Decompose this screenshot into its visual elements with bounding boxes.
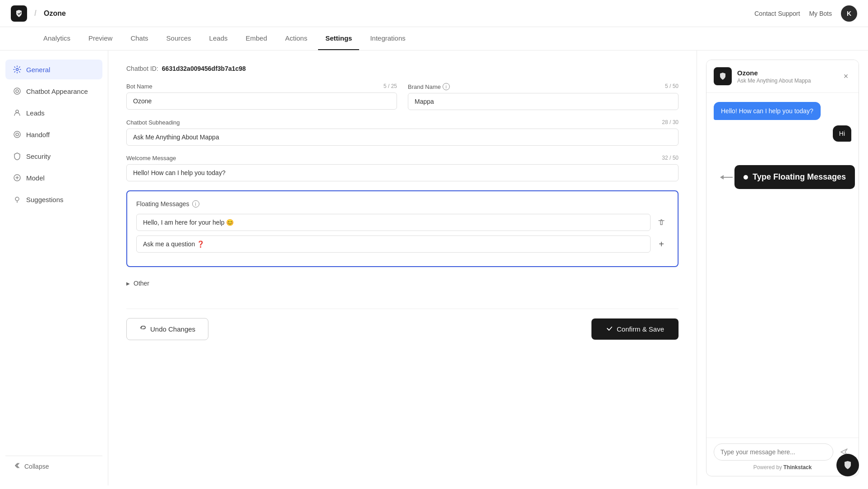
brand-name-counter: 5 / 50 (665, 83, 679, 90)
other-toggle-icon: ▶ (126, 281, 130, 286)
sidebar-item-security[interactable]: Security (5, 146, 102, 166)
chatbot-id-label: Chatbot ID: (126, 65, 158, 72)
save-label: Confirm & Save (617, 325, 664, 333)
brand-name-info-icon[interactable]: i (443, 83, 450, 90)
model-icon (13, 173, 22, 182)
subheading-label-row: Chatbot Subheading 28 / 30 (126, 119, 679, 126)
chat-input-row (714, 443, 851, 461)
tooltip-dot (743, 175, 748, 180)
contact-support-link[interactable]: Contact Support (754, 10, 800, 17)
subheading-counter: 28 / 30 (662, 119, 679, 126)
sidebar-item-handoff[interactable]: Handoff (5, 125, 102, 144)
sidebar-item-leads[interactable]: Leads (5, 103, 102, 123)
nav-tabs: Analytics Preview Chats Sources Leads Em… (0, 27, 868, 51)
handoff-icon (13, 130, 22, 139)
tab-chats[interactable]: Chats (123, 27, 155, 50)
floating-messages-label: Floating Messages (136, 200, 189, 208)
bot-name-label: Bot Name (126, 83, 152, 90)
collapse-label: Collapse (24, 463, 49, 470)
svg-point-4 (14, 131, 20, 138)
welcome-counter: 32 / 50 (662, 155, 679, 161)
brand-name-label: Brand Name i (408, 83, 450, 90)
svg-point-3 (16, 110, 18, 113)
arrow-line (724, 177, 733, 178)
sidebar-label-leads: Leads (26, 109, 45, 117)
subheading-group: Chatbot Subheading 28 / 30 (126, 119, 679, 146)
sidebar-collapse[interactable]: Collapse (5, 456, 102, 476)
subheading-label: Chatbot Subheading (126, 119, 180, 126)
undo-icon (139, 325, 147, 333)
powered-by: Powered by Thinkstack (714, 461, 851, 471)
app-name: Ozone (44, 9, 66, 18)
sidebar-item-suggestions[interactable]: Suggestions (5, 189, 102, 209)
welcome-bubble: Hello! How can I help you today? (714, 102, 821, 120)
chat-logo (714, 67, 732, 85)
tab-analytics[interactable]: Analytics (36, 27, 78, 50)
svg-point-0 (16, 69, 18, 71)
bot-name-label-row: Bot Name 5 / 25 (126, 83, 397, 90)
check-icon (606, 325, 613, 333)
bot-name-counter: 5 / 25 (383, 83, 397, 90)
leads-icon (13, 108, 22, 117)
chat-window: Ozone Ask Me Anything About Mappa × Hell… (706, 60, 859, 476)
chatbot-id-row: Chatbot ID: 6631d32a009456df3b7a1c98 (126, 65, 679, 72)
floating-message-input-1[interactable] (136, 214, 651, 231)
chat-bot-name: Ozone (737, 69, 835, 77)
user-avatar[interactable]: K (841, 5, 857, 22)
sidebar-item-chatbot-appearance[interactable]: Chatbot Appearance (5, 81, 102, 101)
content-area: Chatbot ID: 6631d32a009456df3b7a1c98 Bot… (108, 51, 697, 485)
preview-panel: Ozone Ask Me Anything About Mappa × Hell… (697, 51, 868, 485)
user-bubble: Hi (833, 125, 851, 142)
undo-label: Undo Changes (150, 325, 195, 333)
add-message-button[interactable]: + (654, 237, 669, 251)
logo-area[interactable]: / Ozone (11, 5, 66, 22)
logo-icon (11, 5, 27, 22)
svg-point-5 (16, 133, 18, 136)
chat-close-button[interactable]: × (840, 71, 851, 82)
bot-name-input[interactable] (126, 92, 397, 110)
other-label: Other (134, 280, 149, 287)
brand-name-label-row: Brand Name i 5 / 50 (408, 83, 679, 90)
bot-name-group: Bot Name 5 / 25 (126, 83, 397, 110)
sidebar-label-suggestions: Suggestions (26, 196, 64, 203)
tab-embed[interactable]: Embed (238, 27, 274, 50)
delete-message-1-button[interactable] (654, 215, 669, 230)
floating-message-input-2[interactable] (136, 235, 651, 253)
svg-point-1 (14, 88, 20, 94)
arrow-container (720, 175, 733, 180)
tab-actions[interactable]: Actions (278, 27, 314, 50)
subheading-input[interactable] (126, 129, 679, 146)
floating-tooltip: Type Floating Messages (734, 165, 855, 189)
tooltip-text: Type Floating Messages (753, 172, 846, 182)
other-section[interactable]: ▶ Other (126, 276, 679, 291)
sidebar-item-model[interactable]: Model (5, 168, 102, 188)
floating-message-row-1 (136, 214, 669, 231)
floating-messages-section: Floating Messages i + (126, 190, 679, 267)
topbar-right: Contact Support My Bots K (754, 5, 857, 22)
save-button[interactable]: Confirm & Save (591, 318, 679, 340)
chat-bot-subheading: Ask Me Anything About Mappa (737, 78, 835, 84)
suggestions-icon (13, 195, 22, 204)
topbar: / Ozone Contact Support My Bots K (0, 0, 868, 27)
brand-name-group: Brand Name i 5 / 50 (408, 83, 679, 110)
shield-icon (13, 152, 22, 161)
welcome-label-row: Welcome Message 32 / 50 (126, 155, 679, 161)
tab-integrations[interactable]: Integrations (363, 27, 412, 50)
floating-messages-info-icon[interactable]: i (192, 200, 199, 208)
welcome-input[interactable] (126, 164, 679, 181)
welcome-label: Welcome Message (126, 155, 176, 161)
tab-leads[interactable]: Leads (202, 27, 235, 50)
sidebar: General Chatbot Appearance Leads (0, 51, 108, 485)
undo-button[interactable]: Undo Changes (126, 318, 208, 340)
tab-preview[interactable]: Preview (81, 27, 120, 50)
sidebar-item-general[interactable]: General (5, 60, 102, 79)
tooltip-container: Type Floating Messages (720, 165, 855, 189)
appearance-icon (13, 87, 22, 96)
chat-message-input[interactable] (714, 443, 833, 461)
tab-settings[interactable]: Settings (318, 27, 359, 50)
chat-footer: Powered by Thinkstack (706, 438, 859, 476)
my-bots-link[interactable]: My Bots (809, 10, 832, 17)
brand-name-input[interactable] (408, 93, 679, 110)
tab-sources[interactable]: Sources (159, 27, 199, 50)
chat-fab[interactable] (836, 454, 859, 476)
